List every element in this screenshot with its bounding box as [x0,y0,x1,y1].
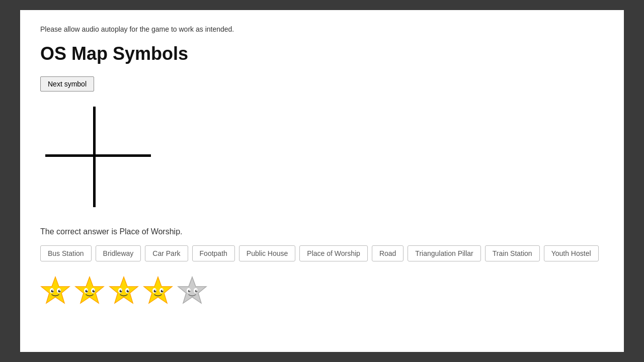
filled-star [109,276,139,306]
svg-point-20 [128,290,129,291]
svg-point-10 [86,290,88,293]
svg-point-11 [93,290,95,293]
answer-option-button[interactable]: Place of Worship [299,245,368,261]
svg-point-17 [120,290,122,293]
audio-notice: Please allow audio autoplay for the game… [40,25,604,33]
stars-row [40,276,604,306]
answer-option-button[interactable]: Youth Hostel [544,245,599,261]
correct-answer-text: The correct answer is Place of Worship. [40,227,604,236]
answer-option-button[interactable]: Train Station [485,245,540,261]
svg-point-33 [189,290,190,291]
svg-point-13 [94,290,95,291]
svg-marker-21 [144,277,172,303]
answer-option-button[interactable]: Car Park [145,245,188,261]
svg-point-25 [161,290,164,293]
filled-star [143,276,173,306]
svg-marker-0 [41,277,69,303]
svg-point-4 [58,290,61,293]
page-title: OS Map Symbols [40,43,604,64]
filled-star [74,276,105,306]
cross-vertical-bar [93,107,96,207]
cross-horizontal-bar [45,154,151,157]
svg-point-32 [195,290,198,293]
answer-option-button[interactable]: Bridleway [96,245,141,261]
answer-option-button[interactable]: Triangulation Pillar [408,245,480,261]
svg-point-19 [121,290,122,291]
svg-point-27 [162,290,163,291]
answer-option-button[interactable]: Footpath [192,245,235,261]
svg-point-3 [51,290,54,293]
symbol-display-area [40,102,181,212]
filled-star [40,276,70,306]
svg-point-12 [87,290,88,291]
next-symbol-button[interactable]: Next symbol [40,76,94,92]
svg-point-5 [52,290,53,291]
answer-option-button[interactable]: Bus Station [40,245,92,261]
cross-symbol [45,107,156,207]
svg-point-18 [127,290,129,293]
svg-marker-7 [75,277,104,303]
svg-point-34 [196,290,197,291]
svg-point-24 [154,290,156,293]
svg-marker-28 [178,277,206,303]
main-container: Please allow audio autoplay for the game… [20,10,624,352]
answer-option-button[interactable]: Road [372,245,404,261]
answer-option-button[interactable]: Public House [239,245,296,261]
svg-marker-14 [110,277,138,303]
svg-point-26 [155,290,156,291]
answer-options: Bus StationBridlewayCar ParkFootpathPubl… [40,245,604,261]
svg-point-31 [188,290,191,293]
empty-star [177,276,207,306]
svg-point-6 [59,290,60,291]
